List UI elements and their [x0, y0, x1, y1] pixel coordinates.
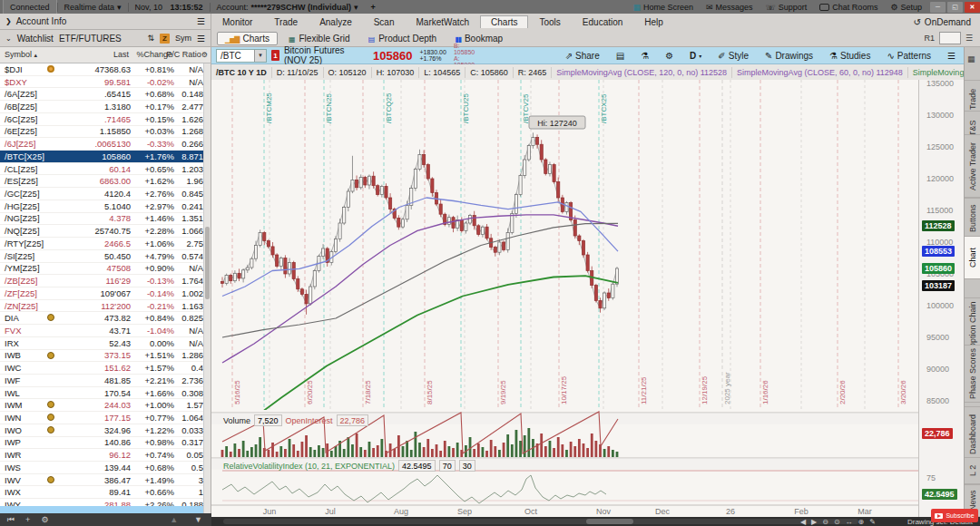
scrollbar-handle[interactable] — [586, 519, 633, 524]
messages-button[interactable]: ✉ Messages — [700, 0, 760, 14]
list-icon[interactable]: ☰ — [197, 34, 205, 44]
scrollbar-thumb[interactable] — [205, 227, 210, 299]
watchlist-type-selector[interactable]: ETF/FUTURES — [59, 34, 122, 44]
chat-rooms-button[interactable]: Chat Rooms — [813, 0, 884, 14]
watchlist-row-esz25[interactable]: /ES[Z25]6863.00+1.62%1.96 — [0, 175, 211, 188]
watchlist-row-znz25[interactable]: /ZN[Z25]112'200-0.21%1.163 — [0, 300, 211, 313]
add-symbol-button[interactable]: + — [25, 515, 30, 524]
list-icon[interactable]: ☰ — [947, 51, 956, 61]
cursor-icon[interactable]: ✎ — [869, 518, 876, 526]
expand-icon[interactable]: ↔ — [846, 518, 853, 526]
watchlist-row-iwv[interactable]: IWV386.47+1.49%3 — [0, 474, 211, 487]
account-selector[interactable]: Account:*****279SCHW (Individual) ▾ — [211, 0, 365, 14]
watchlist-row-fvx[interactable]: FVX43.71-1.04%N/A — [0, 325, 211, 337]
watchlist-row-iwn[interactable]: IWN177.15+0.77%1.064 — [0, 412, 211, 424]
sma-study-label[interactable]: SimpleMovingAvg (CLOSE, 120, 0, no) 1125… — [552, 67, 732, 78]
style-button[interactable]: ✐ Style — [718, 51, 749, 61]
add-tab-button[interactable]: + — [365, 0, 382, 14]
patterns-button[interactable]: ∿ Patterns — [887, 51, 931, 61]
watchlist-row-iwx[interactable]: IWX89.41+0.66%1 — [0, 486, 211, 499]
subtab-charts[interactable]: ▁▅▇Charts — [217, 32, 278, 45]
watchlist-row-6ez25[interactable]: /6E[Z25]1.15850+0.03%1.268 — [0, 126, 211, 139]
watchlist-row-iwr[interactable]: IWR96.12+0.74%0.05 — [0, 449, 211, 462]
menu-item-education[interactable]: Education — [572, 16, 633, 28]
watchlist-scrollbar[interactable] — [203, 63, 211, 513]
column-header-symbol[interactable]: Symbol ▴ — [5, 50, 37, 59]
watchlist-row-zfz25[interactable]: /ZF[Z25]109'067-0.14%1.002 — [0, 287, 211, 300]
watchlist-row-6jz25[interactable]: /6J[Z25].0065130-0.33%0.266 — [0, 138, 211, 151]
skip-start-icon[interactable]: ⏮ — [7, 515, 15, 525]
watchlist-row-6cz25[interactable]: /6C[Z25].71465+0.15%1.626 — [0, 113, 211, 126]
subtab-flexible-grid[interactable]: ▦Flexible Grid — [281, 33, 358, 44]
gear-icon[interactable]: ⚙ — [41, 515, 48, 524]
crosshair-icon[interactable]: ⊕ — [858, 518, 865, 526]
watchlist-row-iwm[interactable]: IWM244.03+1.00%1.57 — [0, 399, 211, 412]
home-screen-button[interactable]: ▦ Home Screen — [626, 0, 700, 14]
watchlist-row-gcz25[interactable]: /GC[Z25]4120.4+2.76%0.845 — [0, 188, 211, 200]
menu-item-analyze[interactable]: Analyze — [309, 16, 363, 28]
connection-status[interactable]: Connected — [3, 0, 57, 15]
account-info-header[interactable]: ❯ Account Info ☰ — [0, 14, 211, 30]
chart-area[interactable]: 5/16/256/20/257/18/258/15/259/19/2510/17… — [211, 80, 918, 517]
side-tab-active-trader[interactable]: Active Trader — [965, 134, 980, 198]
chart-horizontal-scrollbar[interactable] — [223, 519, 858, 524]
watchlist-row-iws[interactable]: IWS139.44+0.68%0.5 — [0, 462, 211, 474]
scroll-up-icon[interactable]: ▲ — [170, 515, 178, 524]
sma-study-label[interactable]: SimpleMoving... — [908, 67, 964, 78]
zoom-out-icon[interactable]: ⊖ — [822, 518, 828, 526]
watchlist-row-btcx25[interactable]: /BTC[X25]105860+1.76%8.871 — [0, 151, 211, 163]
menu-item-monitor[interactable]: Monitor — [211, 16, 263, 28]
menu-item-trade[interactable]: Trade — [263, 16, 309, 28]
side-tab-chart[interactable]: Chart — [965, 236, 980, 279]
drawings-button[interactable]: ✎ Drawings — [765, 51, 813, 61]
day-aggregation-button[interactable]: D▾ — [690, 51, 701, 61]
watchlist-row-clz25[interactable]: /CL[Z25]60.14+0.65%1.203 — [0, 163, 211, 176]
watchlist-row-6az25[interactable]: /6A[Z25].65415+0.68%0.148 — [0, 88, 211, 101]
menu-item-help[interactable]: Help — [633, 16, 674, 28]
watchlist-row-iwo[interactable]: IWO324.96+1.22%0.033 — [0, 424, 211, 437]
realtime-data-menu[interactable]: Realtime data▾ — [58, 0, 128, 14]
list-icon[interactable]: ☰ — [197, 16, 205, 26]
sma-study-label[interactable]: SimpleMovingAvg (CLOSE, 60, 0, no) 11294… — [732, 67, 908, 78]
ondemand-button[interactable]: ↺ OnDemand — [913, 17, 980, 27]
share-button[interactable]: ⇗ Share — [565, 51, 600, 61]
close-button[interactable]: ✕ — [965, 2, 980, 13]
scroll-left-icon[interactable]: ◀ — [800, 518, 806, 526]
column-header-last[interactable]: Last — [113, 50, 129, 59]
setup-button[interactable]: ⚙ Setup — [884, 0, 928, 14]
link-box[interactable] — [939, 32, 961, 44]
side-tab-phase-scores[interactable]: Phase Scores — [965, 345, 980, 403]
watchlist-row-rtyz25[interactable]: /RTY[Z25]2466.5+1.06%2.75 — [0, 238, 211, 250]
watchlist-row-6bz25[interactable]: /6B[Z25]1.3180+0.17%2.477 — [0, 101, 211, 113]
watchlist-row-iwc[interactable]: IWC151.62+1.57%0.4 — [0, 362, 211, 375]
scroll-down-icon[interactable]: ▼ — [194, 515, 202, 524]
symbol-dropdown-button[interactable]: ▼ — [254, 50, 266, 62]
watchlist-row-siz25[interactable]: /SI[Z25]50.450+4.79%0.574 — [0, 250, 211, 263]
side-tab-dashboard[interactable]: Dashboard — [965, 406, 980, 463]
menu-item-marketwatch[interactable]: MarketWatch — [406, 16, 481, 28]
gear-icon[interactable]: ⚙ — [665, 51, 673, 61]
watchlist-row-iwl[interactable]: IWL170.54+1.66%0.308 — [0, 387, 211, 400]
watchlist-row-dxy[interactable]: $DXY99.581-0.02%N/A — [0, 76, 211, 89]
watchlist-row-partial[interactable] — [0, 506, 205, 513]
zoom-in-icon[interactable]: ⊙ — [834, 518, 840, 526]
list-icon[interactable]: ☰ — [965, 34, 973, 43]
minimize-button[interactable]: ─ — [930, 2, 946, 13]
watchlist-row-iwf[interactable]: IWF481.85+2.21%2.736 — [0, 375, 211, 387]
sort-icon[interactable]: ⇅ — [147, 34, 154, 43]
news-icon[interactable]: ▤ — [616, 51, 624, 61]
price-chart-svg[interactable]: 5/16/256/20/257/18/258/15/259/19/2510/17… — [211, 80, 918, 517]
side-tab-l-2[interactable]: L 2 — [965, 457, 980, 484]
watchlist-row-dia[interactable]: DIA473.82+0.84%0.825 — [0, 312, 211, 325]
watchlist-row-ngz25[interactable]: /NG[Z25]4.378+1.46%1.351 — [0, 213, 211, 226]
column-header-ratio[interactable]: P/C Ratio⚙ — [166, 50, 208, 59]
watchlist-row-irx[interactable]: IRX52.430.00%N/A — [0, 337, 211, 350]
panel-grid-icon[interactable]: ▦ — [967, 54, 975, 63]
menu-item-scan[interactable]: Scan — [363, 16, 406, 28]
watchlist-row-nqz25[interactable]: /NQ[Z25]25740.75+2.28%1.066 — [0, 225, 211, 238]
studies-button[interactable]: ⚗ Studies — [829, 51, 870, 61]
menu-item-charts[interactable]: Charts — [480, 15, 528, 28]
flask-icon[interactable]: ⚗ — [641, 51, 649, 61]
restore-button[interactable]: ◱ — [947, 2, 963, 13]
watchlist-row-dji[interactable]: $DJI47368.63+0.81%N/A — [0, 63, 211, 76]
